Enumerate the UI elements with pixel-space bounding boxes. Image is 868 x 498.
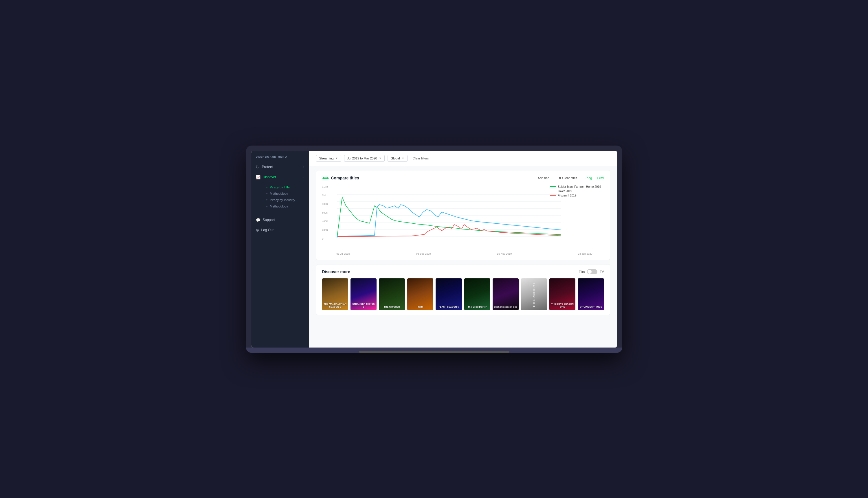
sidebar-item-logout[interactable]: ⊙ Log Out [251,225,309,235]
x-label: 08 Sep 2019 [416,252,431,255]
y-label: 800K [322,202,328,206]
poster-walking-dead[interactable]: TWD [407,278,433,310]
legend-line [550,195,556,196]
compare-icon: ⟺ [322,175,329,181]
y-label: 0 [322,237,328,240]
sidebar-item-methodology-2[interactable]: Methodology [262,203,309,210]
poster-mandalorian[interactable]: THE MANDALORIAN SEASON 1 [322,278,348,310]
chernobyl-label: CHERNOBYL [532,281,536,307]
compare-titles-label: Compare titles [331,176,359,180]
chevron-right-icon: › [303,166,304,169]
sidebar-item-methodology-1[interactable]: Methodology [262,191,309,197]
poster-good-doctor[interactable]: The Good Doctor [464,278,490,310]
legend-line [550,191,556,191]
chart-legend: Spider-Man: Far from Home 2019 Joker 201… [550,185,601,197]
discover-submenu: Piracy by Title Methodology Piracy by In… [251,182,309,211]
film-tv-toggle-group: Film TV [579,269,604,274]
sub-item-label: Methodology [270,205,288,208]
poster-stranger-things-3[interactable]: STRANGER THINGS 3 [351,278,377,310]
legend-label: Joker 2019 [558,189,572,193]
y-label: 400K [322,220,328,223]
legend-item-frozen: Frozen II 2019 [550,194,601,197]
sidebar-divider [251,213,309,213]
close-icon: ✕ [558,176,561,180]
legend-item-spiderman: Spider-Man: Far from Home 2019 [550,185,601,188]
logout-icon: ⊙ [256,228,259,232]
legend-item-joker: Joker 2019 [550,189,601,193]
png-export-button[interactable]: ↓ png [584,176,592,180]
sidebar-item-discover[interactable]: 📈 Discover ⌄ [251,172,309,182]
y-label: 1M [322,194,328,197]
discover-more-header: Discover more Film TV [322,269,604,274]
poster-label: THE BOYS SEASON ONE [549,278,575,310]
chart-x-labels: 01 Jul 2019 08 Sep 2019 16 Nov 2019 24 J… [322,252,604,255]
compare-titles-actions: + Add title ✕ Clear titles ↓ png ↓ csv [533,175,604,181]
discover-more-section: Discover more Film TV THE MANDALORIAN SE… [316,264,610,315]
sidebar-item-label: Log Out [261,228,274,232]
poster-label: STRANGER THINGS [578,278,604,310]
poster-euphoria[interactable]: euphoria season one [492,278,519,310]
caret-icon: ▼ [402,157,404,160]
poster-the-witcher[interactable]: THE WITCHER [379,278,405,310]
poster-label: FLASH SEASON 6 [436,278,462,310]
clear-titles-button[interactable]: ✕ Clear titles [556,175,580,181]
sidebar-item-piracy-by-title[interactable]: Piracy by Title [262,184,309,191]
streaming-filter[interactable]: Streaming ▼ [316,155,341,162]
poster-label: euphoria season one [492,278,519,310]
poster-label: STRANGER THINGS 3 [351,278,377,310]
sidebar-item-label: Protect [262,165,273,169]
laptop-screen: DASHBOARD MENU 🛡 Protect › 📈 Discover ⌄ … [251,151,617,348]
poster-label: THE MANDALORIAN SEASON 1 [322,278,348,310]
date-range-filter[interactable]: Jul 2019 to Mar 2020 ▼ [344,155,385,162]
x-label: 24 Jan 2020 [578,252,592,255]
discover-more-title: Discover more [322,270,350,274]
chart-y-labels: 1.2M 1M 800K 600K 400K 200K 0 [322,185,328,243]
region-filter-label: Global [391,157,400,160]
svg-point-7 [337,235,338,237]
sub-item-label: Piracy by Industry [270,198,295,202]
posters-grid: THE MANDALORIAN SEASON 1 STRANGER THINGS… [322,278,604,310]
sidebar-item-label: Support [263,218,275,222]
compare-titles-title: ⟺ Compare titles [322,175,359,181]
sidebar-item-protect[interactable]: 🛡 Protect › [251,162,309,172]
poster-the-boys[interactable]: THE BOYS SEASON ONE [549,278,575,310]
poster-chernobyl[interactable]: CHERNOBYL [521,278,547,310]
poster-label: TWD [407,278,433,310]
main-content: Streaming ▼ Jul 2019 to Mar 2020 ▼ Globa… [309,151,617,348]
y-label: 200K [322,228,328,232]
x-label: 16 Nov 2019 [497,252,512,255]
film-label: Film [579,270,585,273]
date-range-filter-label: Jul 2019 to Mar 2020 [347,157,377,160]
sub-item-label: Methodology [270,192,288,195]
film-tv-toggle[interactable] [587,269,597,274]
sidebar-item-label: Discover [263,175,276,179]
protect-icon: 🛡 [256,165,260,169]
poster-the-flash[interactable]: FLASH SEASON 6 [436,278,462,310]
poster-stranger-things[interactable]: STRANGER THINGS [578,278,604,310]
region-filter[interactable]: Global ▼ [387,155,408,162]
compare-titles-section: ⟺ Compare titles + Add title ✕ Clear tit… [316,170,610,260]
sidebar-item-piracy-by-industry[interactable]: Piracy by Industry [262,197,309,203]
clear-titles-label: Clear titles [562,176,577,180]
legend-label: Frozen II 2019 [558,194,576,197]
clear-filters-button[interactable]: Clear filters [410,155,431,161]
sidebar-item-support[interactable]: 💬 Support [251,215,309,225]
caret-icon: ▼ [379,157,381,160]
poster-label: THE WITCHER [379,278,405,310]
add-title-button[interactable]: + Add title [533,175,552,181]
discover-icon: 📈 [256,175,261,180]
filters-bar: Streaming ▼ Jul 2019 to Mar 2020 ▼ Globa… [309,151,617,166]
chart-container: 1.2M 1M 800K 600K 400K 200K 0 [322,185,604,252]
x-label: 01 Jul 2019 [337,252,350,255]
caret-icon: ▼ [336,157,338,160]
support-icon: 💬 [256,218,261,222]
legend-line [550,186,556,187]
laptop-frame: DASHBOARD MENU 🛡 Protect › 📈 Discover ⌄ … [246,146,622,353]
compare-titles-header: ⟺ Compare titles + Add title ✕ Clear tit… [322,175,604,181]
legend-label: Spider-Man: Far from Home 2019 [558,185,601,188]
sidebar-header: DASHBOARD MENU [251,151,309,162]
y-label: 600K [322,211,328,214]
chevron-down-icon: ⌄ [302,176,304,179]
sub-item-label: Piracy by Title [270,185,289,189]
csv-export-button[interactable]: ↓ csv [596,176,604,180]
